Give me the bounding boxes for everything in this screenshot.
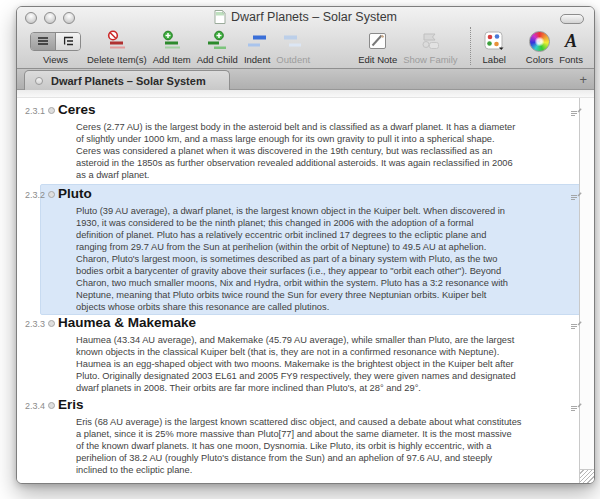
delete-items-icon [105,29,129,53]
indent-icon [245,29,269,53]
toolbar-separator [470,27,471,65]
tab-dwarf-planets[interactable]: Dwarf Planets – Solar System [24,70,230,90]
item-title[interactable]: Ceres [58,102,96,117]
item-note[interactable]: Pluto (39 AU average), a dwarf planet, i… [76,205,574,313]
tab-indicator-icon[interactable] [35,77,43,85]
toolbar-label: Delete Item(s) [87,54,147,65]
toolbar-label: Edit Note [358,54,397,65]
note-icon[interactable] [570,104,582,122]
titlebar[interactable]: Dwarf Planets – Solar System [17,7,594,28]
outline-item-pluto: 2.3.2 Pluto Pluto (39 AU average), a dwa… [17,186,574,313]
edit-note-button[interactable]: Edit Note [358,29,397,65]
fonts-button[interactable]: A Fonts [559,29,583,65]
outline-item-ceres: 2.3.1 Ceres Ceres (2.77 AU) is the large… [17,102,574,181]
bullet-icon[interactable] [48,320,55,327]
item-number: 2.3.1 [25,106,45,116]
list-view-button[interactable] [31,33,55,50]
toolbar: Views Delete Item(s) Add Item Add Child [17,28,594,68]
note-icon[interactable] [570,188,582,206]
tab-bar: Dwarf Planets – Solar System + [17,69,594,90]
bullet-icon[interactable] [48,402,55,409]
outline-view: 2.3.1 Ceres Ceres (2.77 AU) is the large… [17,98,594,483]
title-area: Dwarf Planets – Solar System [17,10,594,24]
outline-item-haumea-makemake: 2.3.3 Haumea & Makemake Haumea (43.34 AU… [17,315,574,394]
outline-view-icon [62,32,74,50]
content-top-band [17,90,594,98]
app-window: Dwarf Planets – Solar System Vi [16,6,595,484]
item-title[interactable]: Pluto [58,186,92,201]
toolbar-label: Views [43,54,68,65]
colors-button[interactable]: Colors [526,29,553,65]
add-item-button[interactable]: Add Item [153,29,191,65]
item-title[interactable]: Haumea & Makemake [58,315,196,330]
toolbar-label: Colors [526,54,553,65]
toolbar-label: Add Child [197,54,238,65]
add-child-button[interactable]: Add Child [197,29,238,65]
item-note[interactable]: Eris (68 AU average) is the largest know… [76,416,574,476]
color-wheel-icon [529,31,550,52]
toolbar-toggle-button[interactable] [560,14,584,24]
item-note[interactable]: Haumea (43.34 AU average), and Makemake … [76,334,574,394]
tab-label: Dwarf Planets – Solar System [51,75,206,87]
toolbar-label: Fonts [559,54,583,65]
item-number: 2.3.3 [25,319,45,329]
bullet-icon[interactable] [48,107,55,114]
outline-view-button[interactable] [55,33,80,50]
note-icon[interactable] [570,399,582,417]
list-view-icon [37,32,49,50]
outdent-button: Outdent [276,29,310,65]
outdent-icon [281,29,305,53]
indent-button[interactable]: Indent [244,29,270,65]
add-tab-button[interactable]: + [579,69,587,89]
toolbar-label: Show Family [403,54,457,65]
note-icon[interactable] [570,317,582,335]
bullet-icon[interactable] [48,191,55,198]
edit-note-icon [366,29,390,53]
outline-item-eris: 2.3.4 Eris Eris (68 AU average) is the l… [17,397,574,476]
item-number: 2.3.2 [25,190,45,200]
show-family-button: Show Family [403,29,457,65]
vertical-scrollbar[interactable] [579,98,594,483]
resize-grip[interactable] [580,469,594,483]
window-title: Dwarf Planets – Solar System [231,10,397,24]
add-child-icon [205,29,229,53]
item-title[interactable]: Eris [58,397,84,412]
item-number: 2.3.4 [25,401,45,411]
toolbar-label: Label [483,54,506,65]
add-item-icon [160,29,184,53]
delete-items-button[interactable]: Delete Item(s) [87,29,147,65]
show-family-icon [417,29,443,53]
document-icon [214,10,226,24]
label-icon [483,29,506,53]
label-button[interactable]: Label [483,29,506,65]
item-note[interactable]: Ceres (2.77 AU) is the largest body in t… [76,121,574,181]
toolbar-label: Outdent [276,54,310,65]
fonts-icon: A [565,31,577,51]
toolbar-views: Views [30,29,81,65]
toolbar-label: Add Item [153,54,191,65]
window-chrome: Dwarf Planets – Solar System Vi [17,7,594,69]
toolbar-label: Indent [244,54,270,65]
